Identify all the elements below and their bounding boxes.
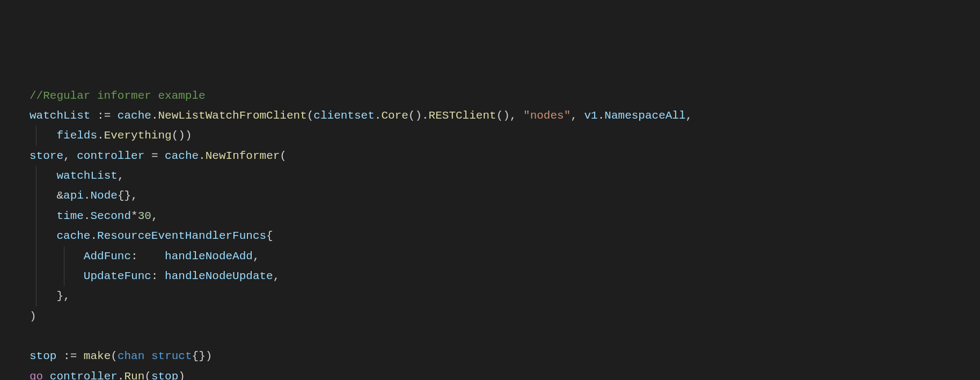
function-call: make	[84, 350, 111, 362]
punct: (	[280, 150, 287, 162]
code-line: fields.Everything())	[30, 126, 980, 145]
punct: (	[307, 109, 314, 122]
function-call: Core	[381, 109, 408, 122]
operator: =	[151, 150, 158, 162]
punct: ,	[273, 270, 280, 282]
keyword: go	[30, 370, 43, 380]
code-editor[interactable]: //Regular informer examplewatchList := c…	[30, 86, 980, 381]
variable: watchList	[56, 170, 117, 182]
punct: .	[97, 129, 104, 142]
punct: .	[375, 109, 382, 122]
punct: .	[118, 370, 125, 380]
indent-guide	[36, 186, 36, 206]
code-line: UpdateFunc: handleNodeUpdate,	[30, 266, 980, 286]
punct: .	[598, 109, 605, 122]
punct: },	[56, 290, 70, 302]
punct: :	[131, 250, 165, 262]
function-call: Everything	[104, 129, 172, 142]
punct: .	[84, 210, 91, 222]
package: cache	[56, 230, 90, 242]
punct: .	[84, 189, 91, 202]
variable: stop	[151, 370, 178, 380]
package: time	[56, 210, 83, 222]
variable: handleNodeAdd	[165, 250, 253, 262]
code-line: stop := make(chan struct{})	[30, 346, 980, 366]
code-line: AddFunc: handleNodeAdd,	[30, 246, 980, 266]
variable: controller	[77, 150, 144, 162]
code-line: watchList,	[30, 166, 980, 186]
punct: ,	[686, 109, 693, 122]
indent-guide	[36, 166, 36, 186]
operator: :=	[63, 350, 77, 362]
punct: ,	[118, 170, 125, 182]
variable: handleNodeUpdate	[165, 270, 273, 282]
keyword: struct	[151, 350, 192, 362]
punct: {},	[118, 189, 138, 202]
punct: .	[151, 109, 158, 122]
indent-guide	[36, 266, 36, 286]
package: api	[63, 189, 84, 202]
punct: )	[178, 370, 185, 380]
operator: &	[56, 189, 63, 202]
code-line: //Regular informer example	[30, 86, 980, 106]
indent-guide	[36, 126, 36, 145]
punct: ().	[408, 109, 429, 122]
code-line	[30, 326, 980, 346]
punct: (	[111, 350, 118, 362]
punct: (	[144, 370, 151, 380]
code-line: watchList := cache.NewListWatchFromClien…	[30, 106, 980, 126]
code-line: store, controller = cache.NewInformer(	[30, 146, 980, 166]
function-call: NewInformer	[206, 150, 280, 162]
indent-guide	[64, 266, 64, 286]
variable: controller	[50, 370, 118, 380]
variable: stop	[30, 350, 56, 362]
string-literal: "nodes"	[523, 109, 571, 122]
type: Node	[90, 189, 117, 202]
punct: )	[30, 310, 36, 323]
keyword: chan	[118, 350, 144, 362]
indent-guide	[64, 246, 64, 266]
code-line: },	[30, 286, 980, 306]
code-line: )	[30, 306, 980, 326]
punct: .	[199, 150, 206, 162]
variable: clientset	[313, 109, 374, 122]
function-call: NewListWatchFromClient	[158, 109, 306, 122]
indent-guide	[36, 226, 36, 246]
constant: NamespaceAll	[604, 109, 685, 122]
type: ResourceEventHandlerFuncs	[97, 230, 266, 242]
indent-guide	[36, 286, 36, 306]
package: cache	[118, 109, 151, 122]
number-literal: 30	[138, 210, 151, 222]
punct: ,	[63, 150, 77, 162]
punct: ,	[151, 210, 158, 222]
comment: //Regular informer example	[30, 90, 206, 102]
constant: Second	[90, 210, 131, 222]
punct: :	[151, 270, 165, 282]
function-call: RESTClient	[429, 109, 496, 122]
punct: {})	[192, 350, 213, 362]
indent-guide	[36, 246, 36, 266]
variable: store	[30, 150, 63, 162]
code-line: time.Second*30,	[30, 206, 980, 226]
package: cache	[165, 150, 199, 162]
function-call: Run	[124, 370, 144, 380]
code-line: go controller.Run(stop)	[30, 367, 980, 380]
code-line: &api.Node{},	[30, 186, 980, 206]
variable: watchList	[30, 109, 90, 122]
punct: {	[266, 230, 273, 242]
punct: ())	[172, 129, 192, 142]
indent-guide	[36, 206, 36, 226]
operator: *	[131, 210, 138, 222]
operator: :=	[97, 109, 111, 122]
package: v1	[584, 109, 598, 122]
punct: (),	[496, 109, 523, 122]
punct: .	[90, 230, 97, 242]
code-line: cache.ResourceEventHandlerFuncs{	[30, 226, 980, 246]
property: UpdateFunc	[84, 270, 151, 282]
punct: ,	[253, 250, 260, 262]
punct: ,	[571, 109, 584, 122]
package: fields	[56, 129, 97, 142]
property: AddFunc	[84, 250, 131, 262]
